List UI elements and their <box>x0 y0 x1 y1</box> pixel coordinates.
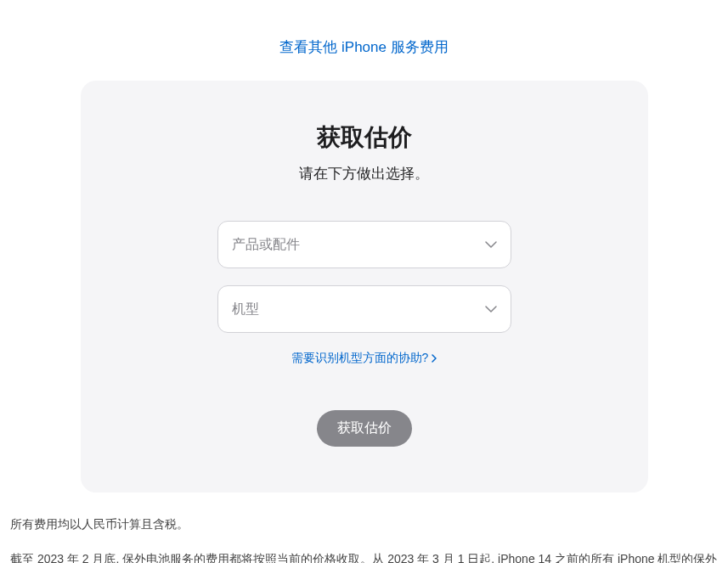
estimate-card: 获取估价 请在下方做出选择。 产品或配件 机型 <box>81 81 648 493</box>
model-select-placeholder: 机型 <box>232 301 259 318</box>
help-link-text: 需要识别机型方面的协助? <box>291 351 429 366</box>
footer-line-1: 所有费用均以人民币计算且含税。 <box>10 513 718 536</box>
chevron-down-icon <box>485 239 497 251</box>
model-select[interactable]: 机型 <box>217 285 511 333</box>
model-select-wrapper: 机型 <box>217 285 511 333</box>
other-services-link[interactable]: 查看其他 iPhone 服务费用 <box>279 39 448 55</box>
chevron-down-icon <box>485 303 497 315</box>
footer-line-2-part1: 截至 2023 年 2 月底, 保外电池服务的费用都将按照当前的价格收取。从 2… <box>10 552 717 563</box>
card-subtitle: 请在下方做出选择。 <box>115 164 614 183</box>
footer-text: 所有费用均以人民币计算且含税。 截至 2023 年 2 月底, 保外电池服务的费… <box>8 493 720 563</box>
help-link-wrapper: 需要识别机型方面的协助? <box>115 350 614 366</box>
get-estimate-button[interactable]: 获取估价 <box>317 410 412 447</box>
product-select-placeholder: 产品或配件 <box>232 236 300 254</box>
footer-line-2: 截至 2023 年 2 月底, 保外电池服务的费用都将按照当前的价格收取。从 2… <box>10 548 718 563</box>
identify-model-help-link[interactable]: 需要识别机型方面的协助? <box>291 351 437 366</box>
product-select[interactable]: 产品或配件 <box>217 221 511 268</box>
chevron-right-icon <box>432 352 437 365</box>
card-title: 获取估价 <box>115 121 614 154</box>
top-link-wrapper: 查看其他 iPhone 服务费用 <box>8 0 720 81</box>
product-select-wrapper: 产品或配件 <box>217 221 511 268</box>
